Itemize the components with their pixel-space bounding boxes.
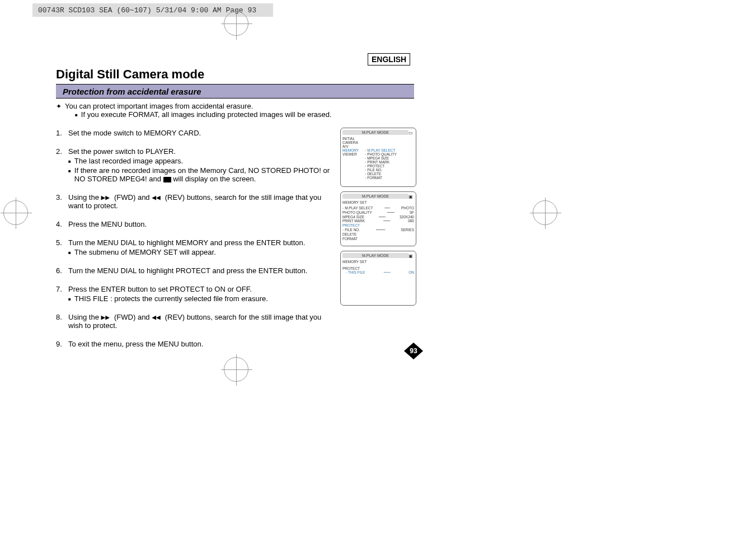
submenu-item: PHOTO QUALITY [367, 152, 397, 156]
language-label: ENGLISH [368, 53, 410, 65]
submenu-item: DELETE [367, 172, 381, 176]
screen-heading: MEMORY SET [342, 200, 414, 204]
crop-mark-icon [224, 11, 248, 36]
page-number: 93 [404, 343, 423, 359]
steps-list: 1.Set the mode switch to MEMORY CARD. 2.… [56, 129, 336, 358]
screen-heading: MEMORY SET [342, 260, 414, 264]
submenu-item: MPEG4 SIZE [367, 156, 389, 160]
step-text: Set the mode switch to MEMORY CARD. [68, 129, 201, 137]
screen-previews: M.PLAY MODE ▭ INITIAL CAMERA A/V MEMORY … [340, 128, 416, 310]
step-text: Using the ▶▶ (FWD) and ◀◀ (REV) buttons,… [68, 193, 336, 210]
step-subtext: If there are no recorded images on the M… [74, 166, 336, 183]
square-bullet-icon [75, 110, 78, 119]
step-text: Using the ▶▶ (FWD) and ◀◀ (REV) buttons,… [68, 313, 336, 330]
step-text: Press the MENU button. [68, 220, 147, 228]
crop-mark-icon [533, 200, 557, 225]
submenu-item: PRINT MARK [367, 160, 389, 164]
step-text: To exit the menu, press the MENU button. [68, 340, 203, 348]
fast-forward-icon: ▶▶ [101, 313, 114, 321]
step-text: Set the power switch to PLAYER. [68, 147, 176, 156]
submenu-item: FORMAT [367, 176, 382, 180]
card-icon: ▭ [408, 130, 413, 135]
square-bullet-icon [68, 248, 71, 256]
rewind-icon: ◀◀ [152, 193, 165, 202]
intro-line: You can protect important images from ac… [65, 102, 253, 110]
step-text: Turn the MENU DIAL to highlight MEMORY a… [68, 238, 305, 247]
screen-mode-label: M.PLAY MODE [342, 194, 408, 199]
card-icon [163, 177, 171, 182]
cross-bullet-icon [56, 102, 62, 110]
step-subtext: The submenu of MEMORY SET will appear. [74, 248, 216, 256]
menu-item: INITIAL [342, 137, 365, 140]
page-number-badge: 93 [404, 343, 423, 359]
card-icon: ▣ [408, 194, 413, 199]
screen-preview-3: M.PLAY MODE ▣ MEMORY SET PROTECT ◦ THIS … [340, 251, 416, 306]
screen-mode-label: M.PLAY MODE [342, 130, 408, 135]
square-bullet-icon [68, 166, 71, 183]
menu-item: MEMORY [342, 148, 365, 152]
step-subtext: THIS FILE : protects the currently selec… [74, 294, 268, 303]
menu-item: CAMERA [342, 140, 365, 144]
page-title: Digital Still Camera mode [56, 67, 204, 82]
crop-mark-icon [224, 357, 248, 382]
step-text: Press the ENTER button to set PROTECT to… [68, 285, 252, 293]
submenu-item: M.PLAY SELECT [367, 148, 395, 152]
rewind-icon: ◀◀ [152, 313, 165, 321]
submenu-item: PROTECT [367, 164, 384, 168]
screen-mode-label: M.PLAY MODE [342, 253, 408, 258]
screen-subheading: PROTECT [342, 266, 414, 270]
square-bullet-icon [68, 294, 71, 303]
fast-forward-icon: ▶▶ [101, 193, 114, 202]
screen-preview-1: M.PLAY MODE ▭ INITIAL CAMERA A/V MEMORY … [340, 128, 416, 187]
step-subtext: The last recorded image appears. [74, 157, 183, 165]
intro-block: You can protect important images from ac… [56, 102, 414, 119]
submenu-item: FILE NO. [367, 168, 382, 172]
menu-item: VIEWER [342, 152, 365, 156]
crop-mark-icon [3, 200, 28, 225]
step-text: Turn the MENU DIAL to highlight PROTECT … [68, 266, 307, 275]
card-icon: ▣ [408, 254, 413, 259]
square-bullet-icon [68, 157, 71, 165]
section-heading: Protection from accidental erasure [56, 84, 414, 99]
screen-preview-2: M.PLAY MODE ▣ MEMORY SET ◦ M.PLAY SELECT… [340, 191, 416, 246]
menu-item: A/V [342, 144, 365, 148]
intro-subline: If you execute FORMAT, all images includ… [81, 110, 332, 119]
